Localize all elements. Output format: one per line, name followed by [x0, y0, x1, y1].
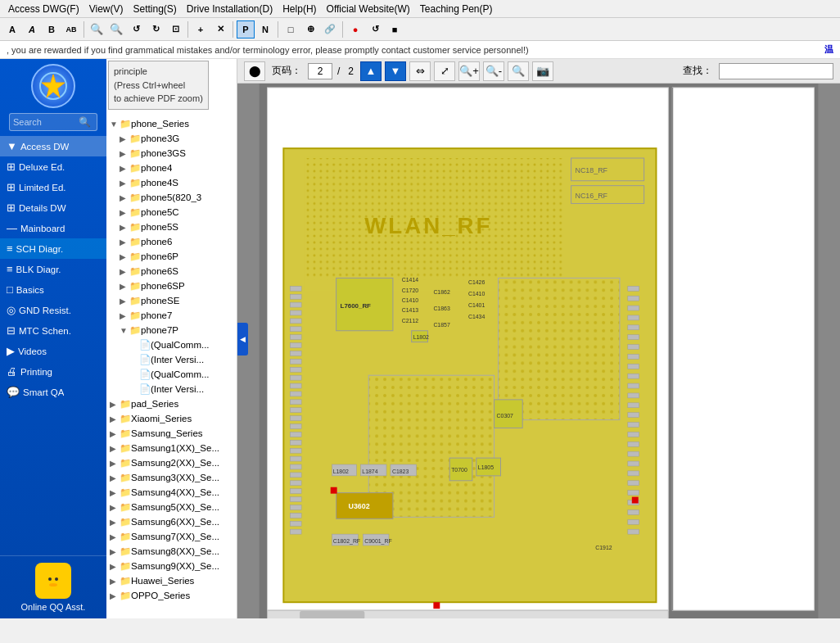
tree-item-pad-series[interactable]: ▶ 📁 pad_Series	[106, 396, 237, 411]
svg-text:C1434: C1434	[468, 314, 485, 319]
svg-rect-28	[290, 335, 301, 340]
tree-item-samsung9[interactable]: ▶ 📁 Samsung9(XX)_Se...	[106, 559, 237, 573]
sidebar-item-access-dw[interactable]: ▼ Access DW	[0, 136, 106, 156]
tree-item-phone5[interactable]: ▶ 📁 phone5(820_3	[106, 190, 237, 205]
tree-item-qualcomm1[interactable]: 📄 (QualComm...	[106, 337, 237, 352]
toolbar-btn-rotate-left[interactable]: ↺	[127, 20, 145, 38]
sidebar-item-basics[interactable]: □ Basics	[0, 279, 106, 300]
pdf-btn-zoom-out[interactable]: 🔍-	[483, 61, 504, 81]
tree-item-phone3g[interactable]: ▶ 📁 phone3G	[106, 131, 237, 146]
tree-item-phone4[interactable]: ▶ 📁 phone4	[106, 161, 237, 175]
sidebar-item-limited-ed[interactable]: ⊞ Limited Ed.	[0, 177, 106, 197]
tree-item-samsung5[interactable]: ▶ 📁 Samsung5(XX)_Se...	[106, 500, 237, 514]
menu-setting[interactable]: Setting(S)	[128, 2, 181, 16]
svg-rect-41	[290, 440, 301, 445]
sidebar-search-box[interactable]: 🔍	[9, 113, 97, 131]
toolbar-btn-fill[interactable]: ■	[386, 20, 404, 38]
tree-label: Samsung7(XX)_Se...	[131, 532, 219, 541]
toolbar-btn-cross[interactable]: ✕	[211, 20, 229, 38]
sidebar-item-details-dw[interactable]: ⊞ Details DW	[0, 197, 106, 218]
qq-icon[interactable]	[35, 563, 71, 599]
tree-item-qualcomm2[interactable]: 📄 (QualComm...	[106, 367, 237, 382]
toolbar-btn-b[interactable]: B	[43, 20, 61, 38]
toolbar-btn-circle[interactable]: ⊕	[301, 20, 319, 38]
tree-collapse-btn[interactable]: ◀	[237, 323, 248, 355]
tree-item-phone6s[interactable]: ▶ 📁 phone6S	[106, 264, 237, 278]
sidebar-item-printing[interactable]: 🖨 Printing	[0, 361, 106, 382]
sidebar-logo	[31, 64, 75, 108]
tree-item-samsung4[interactable]: ▶ 📁 Samsung4(XX)_Se...	[106, 485, 237, 500]
tree-item-phone6p[interactable]: ▶ 📁 phone6P	[106, 249, 237, 264]
pdf-search-input[interactable]	[719, 63, 833, 79]
sidebar-item-blk-diagram[interactable]: ≡ BLK Diagr.	[0, 259, 106, 279]
tree-item-phone7p[interactable]: ▼ 📁 phone7P	[106, 323, 237, 337]
content-area[interactable]: WLAN_RF NC18_RF NC16_RF L7600_RF	[237, 84, 840, 618]
sidebar-item-mainboard[interactable]: — Mainboard	[0, 218, 106, 238]
tree-item-samsung8[interactable]: ▶ 📁 Samsung8(XX)_Se...	[106, 544, 237, 559]
sidebar-item-gnd-resist[interactable]: ◎ GND Resist.	[0, 300, 106, 320]
pdf-btn-prev-section[interactable]: ⬤	[244, 61, 265, 81]
tree-item-xiaomi-series[interactable]: ▶ 📁 Xiaomi_Series	[106, 411, 237, 426]
toolbar-btn-a2[interactable]: A	[23, 20, 41, 38]
page-num-label: 页码：	[272, 64, 301, 78]
pdf-btn-page-up[interactable]: ▲	[360, 61, 382, 81]
tree-item-phone5c[interactable]: ▶ 📁 phone5C	[106, 205, 237, 220]
toolbar-btn-link[interactable]: 🔗	[321, 20, 339, 38]
search-icon: 🔍	[79, 116, 91, 128]
toolbar-btn-n[interactable]: N	[256, 20, 274, 38]
svg-rect-46	[290, 481, 301, 486]
toolbar-btn-zoom-fit[interactable]: ⊡	[166, 20, 184, 38]
toolbar-btn-p[interactable]: P	[237, 20, 255, 38]
page-number-input[interactable]	[308, 63, 332, 79]
tree-item-phone6[interactable]: ▶ 📁 phone6	[106, 234, 237, 249]
menu-teaching-pen[interactable]: Teaching Pen(P)	[415, 2, 498, 16]
pdf-btn-fit-width[interactable]: ⇔	[409, 61, 431, 81]
pdf-btn-fit-page[interactable]: ⤢	[434, 61, 455, 81]
tree-item-phone3gs[interactable]: ▶ 📁 phone3GS	[106, 146, 237, 161]
toolbar-btn-zoom-out[interactable]: 🔍	[107, 20, 125, 38]
tree-item-huawei-series[interactable]: ▶ 📁 Huawei_Series	[106, 573, 237, 588]
menu-view[interactable]: View(V)	[84, 2, 129, 16]
tree-item-samsung-series[interactable]: ▶ 📁 Samsung_Series	[106, 426, 237, 441]
tree-item-samsung1[interactable]: ▶ 📁 Samsung1(XX)_Se...	[106, 441, 237, 455]
pdf-btn-zoom-in[interactable]: 🔍+	[458, 61, 480, 81]
tree-item-phonese[interactable]: ▶ 📁 phoneSE	[106, 293, 237, 308]
tree-item-phone7[interactable]: ▶ 📁 phone7	[106, 308, 237, 323]
svg-text:C1720: C1720	[402, 288, 419, 293]
tree-item-samsung2[interactable]: ▶ 📁 Samsung2(XX)_Se...	[106, 455, 237, 470]
menu-help[interactable]: Help(H)	[278, 2, 321, 16]
toolbar-btn-rotate-right[interactable]: ↻	[147, 20, 165, 38]
sidebar-item-videos[interactable]: ▶ Videos	[0, 341, 106, 361]
menu-official-website[interactable]: Official Website(W)	[322, 2, 415, 16]
tree-label: phone5S	[141, 222, 178, 232]
tree-item-inter1[interactable]: 📄 (Inter Versi...	[106, 352, 237, 367]
sidebar-item-sch-diagram[interactable]: ≡ SCH Diagr.	[0, 238, 106, 259]
tree-item-inter2[interactable]: 📄 (Inter Versi...	[106, 382, 237, 396]
tree-item-samsung7[interactable]: ▶ 📁 Samsung7(XX)_Se...	[106, 529, 237, 544]
toolbar-btn-red[interactable]: ●	[346, 20, 364, 38]
tree-item-oppo-series[interactable]: ▶ 📁 OPPO_Series	[106, 588, 237, 603]
menu-access-dwg[interactable]: Access DWG(F)	[3, 2, 84, 16]
pdf-btn-screenshot[interactable]: 📷	[532, 61, 553, 81]
pdf-btn-zoom-fit2[interactable]: 🔍	[508, 61, 529, 81]
sidebar-item-smart-qa[interactable]: 💬 Smart QA	[0, 382, 106, 402]
tree-item-phone-series[interactable]: ▼ 📁 phone_Series	[106, 116, 237, 131]
sidebar-item-deluxe-ed[interactable]: ⊞ Deluxe Ed.	[0, 156, 106, 177]
toolbar-btn-rect[interactable]: □	[282, 20, 300, 38]
tree-toggle: ▶	[110, 591, 120, 600]
toolbar-btn-a1[interactable]: A	[3, 20, 21, 38]
sidebar-search-input[interactable]	[13, 117, 79, 127]
toolbar-btn-undo[interactable]: ↺	[366, 20, 384, 38]
sidebar-item-mtc-schen[interactable]: ⊟ MTC Schen.	[0, 320, 106, 341]
tree-item-phone5s[interactable]: ▶ 📁 phone5S	[106, 220, 237, 234]
tree-item-phone4s[interactable]: ▶ 📁 phone4S	[106, 175, 237, 190]
toolbar-btn-add[interactable]: +	[192, 20, 210, 38]
svg-rect-60	[628, 354, 639, 359]
menu-drive-installation[interactable]: Drive Installation(D)	[182, 2, 278, 16]
tree-item-phone6sp[interactable]: ▶ 📁 phone6SP	[106, 278, 237, 293]
tree-item-samsung3[interactable]: ▶ 📁 Samsung3(XX)_Se...	[106, 470, 237, 485]
pdf-btn-page-down[interactable]: ▼	[385, 61, 406, 81]
toolbar-btn-ab[interactable]: AB	[62, 20, 80, 38]
toolbar-btn-zoom-in[interactable]: 🔍	[88, 20, 106, 38]
tree-item-samsung6[interactable]: ▶ 📁 Samsung6(XX)_Se...	[106, 514, 237, 529]
